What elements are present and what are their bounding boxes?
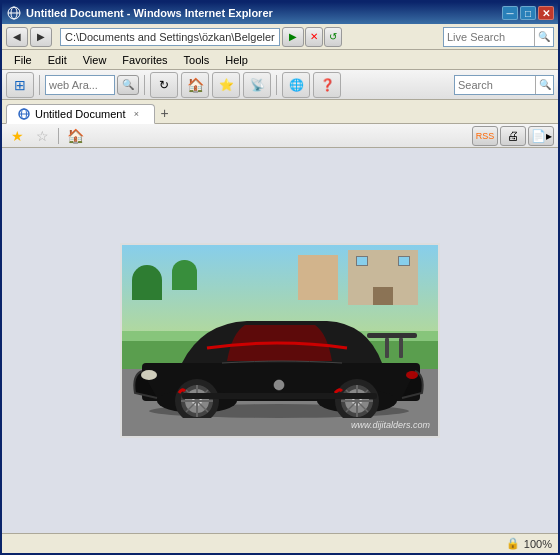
svg-rect-32 bbox=[182, 393, 377, 399]
add-home-button[interactable]: 🌐 bbox=[282, 72, 310, 98]
rss-button[interactable]: RSS bbox=[472, 126, 498, 146]
security-icon: 🔒 bbox=[506, 537, 520, 550]
tab-untitled-document[interactable]: Untitled Document × bbox=[6, 104, 155, 124]
refresh-tool-button[interactable]: ↻ bbox=[150, 72, 178, 98]
toolbar-separator-3 bbox=[276, 75, 277, 95]
close-button[interactable]: ✕ bbox=[538, 6, 554, 20]
toolbar-separator-2 bbox=[144, 75, 145, 95]
new-tab-button[interactable]: + bbox=[155, 103, 175, 123]
home-tool-button[interactable]: 🏠 bbox=[181, 72, 209, 98]
tab-label: Untitled Document bbox=[35, 108, 126, 120]
add-favorite-icon[interactable]: ☆ bbox=[31, 126, 53, 146]
favorites-star-icon[interactable]: ★ bbox=[6, 126, 28, 146]
favorites-tool-button[interactable]: ⭐ bbox=[212, 72, 240, 98]
help-button[interactable]: ❓ bbox=[313, 72, 341, 98]
print-button[interactable]: 🖨 bbox=[500, 126, 526, 146]
tab-close-button[interactable]: × bbox=[130, 107, 144, 121]
web-search-button[interactable]: 🔍 bbox=[117, 75, 139, 95]
menu-view[interactable]: View bbox=[75, 50, 115, 69]
maximize-button[interactable]: □ bbox=[520, 6, 536, 20]
home-action-icon[interactable]: 🏠 bbox=[64, 126, 86, 146]
menu-favorites[interactable]: Favorites bbox=[114, 50, 175, 69]
web-search-area: 🔍 bbox=[45, 75, 139, 95]
svg-point-31 bbox=[274, 380, 284, 390]
window-1 bbox=[356, 256, 368, 266]
forward-button[interactable]: ▶ bbox=[30, 27, 52, 47]
toolbar-search-wrap: 🔍 bbox=[454, 75, 554, 95]
live-search-wrap: 🔍 bbox=[443, 27, 554, 47]
svg-point-30 bbox=[406, 371, 418, 379]
toolbar-search-input[interactable] bbox=[455, 79, 535, 91]
tab-bar: Untitled Document × + bbox=[2, 100, 558, 124]
car-image-container: www.dijitalders.com bbox=[120, 243, 440, 438]
live-search-button[interactable]: 🔍 bbox=[534, 28, 553, 46]
svg-rect-9 bbox=[385, 338, 389, 358]
menu-file[interactable]: File bbox=[6, 50, 40, 69]
title-bar: Untitled Document - Windows Internet Exp… bbox=[2, 2, 558, 24]
svg-rect-10 bbox=[399, 338, 403, 358]
building bbox=[348, 250, 418, 305]
minimize-button[interactable]: ─ bbox=[502, 6, 518, 20]
address-bar: ◀ ▶ ▶ ✕ ↺ 🔍 bbox=[2, 24, 558, 50]
action-right: RSS 🖨 📄▸ bbox=[472, 126, 554, 146]
status-bar-right: 🔒 100% bbox=[506, 537, 552, 550]
toolbar-separator bbox=[39, 75, 40, 95]
back-button[interactable]: ◀ bbox=[6, 27, 28, 47]
feeds-tool-button[interactable]: 📡 bbox=[243, 72, 271, 98]
address-input[interactable] bbox=[60, 28, 280, 46]
window-2 bbox=[398, 256, 410, 266]
building-2 bbox=[298, 255, 338, 300]
menu-bar: File Edit View Favorites Tools Help bbox=[2, 50, 558, 70]
action-separator bbox=[58, 128, 59, 144]
watermark: www.dijitalders.com bbox=[351, 420, 430, 430]
web-search-input[interactable] bbox=[45, 75, 115, 95]
stop-button[interactable]: ✕ bbox=[305, 27, 323, 47]
zoom-level: 100% bbox=[524, 538, 552, 550]
tab-favicon bbox=[17, 107, 31, 121]
toolbar: ⊞ 🔍 ↻ 🏠 ⭐ 📡 🌐 ❓ 🔍 bbox=[2, 70, 558, 100]
tree-2 bbox=[172, 260, 197, 290]
windows-logo-button[interactable]: ⊞ bbox=[6, 72, 34, 98]
window-controls: ─ □ ✕ bbox=[502, 6, 554, 20]
car-svg bbox=[127, 303, 432, 418]
live-search-input[interactable] bbox=[444, 31, 534, 43]
browser-window: Untitled Document - Windows Internet Exp… bbox=[0, 0, 560, 555]
window-title: Untitled Document - Windows Internet Exp… bbox=[26, 7, 502, 19]
svg-rect-8 bbox=[367, 333, 417, 338]
status-bar: 🔒 100% bbox=[2, 533, 558, 553]
go-button[interactable]: ▶ bbox=[282, 27, 304, 47]
tree-left bbox=[132, 265, 162, 300]
browser-icon bbox=[6, 5, 22, 21]
menu-edit[interactable]: Edit bbox=[40, 50, 75, 69]
action-bar: ★ ☆ 🏠 RSS 🖨 📄▸ bbox=[2, 124, 558, 148]
search-area: 🔍 bbox=[454, 75, 554, 95]
content-area: www.dijitalders.com bbox=[2, 148, 558, 533]
page-button[interactable]: 📄▸ bbox=[528, 126, 554, 146]
menu-help[interactable]: Help bbox=[217, 50, 256, 69]
menu-tools[interactable]: Tools bbox=[176, 50, 218, 69]
toolbar-search-button[interactable]: 🔍 bbox=[535, 76, 554, 94]
svg-point-29 bbox=[141, 370, 157, 380]
refresh-button[interactable]: ↺ bbox=[324, 27, 342, 47]
